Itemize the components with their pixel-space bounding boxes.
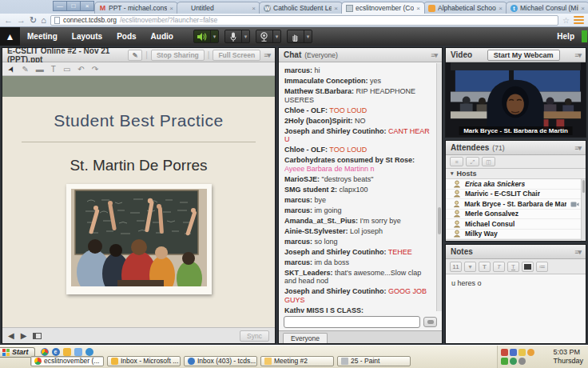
pod-menu-icon[interactable]: ≡▾ bbox=[264, 51, 270, 59]
pencil-tool-icon[interactable]: ✎ bbox=[22, 65, 28, 74]
browser-tab[interactable]: Michael Consul (MikeC × bbox=[506, 2, 588, 14]
scrollbar-thumb[interactable] bbox=[582, 180, 585, 193]
home-icon[interactable]: ⌂ bbox=[41, 16, 46, 25]
text-color-button[interactable] bbox=[522, 262, 534, 272]
browser-tab[interactable]: Catholic Student Lead × bbox=[259, 2, 343, 14]
attendee-row[interactable]: Mark Bryce - St. Barbara de Martin bbox=[446, 199, 586, 210]
attendees-scrollbar[interactable] bbox=[581, 179, 586, 242]
font-size-caret-icon[interactable]: ▾ bbox=[464, 262, 476, 272]
italic-icon[interactable]: T bbox=[493, 262, 505, 272]
taskbar-button-label: Meeting #2 bbox=[274, 357, 308, 365]
tray-icon-5[interactable] bbox=[501, 358, 508, 365]
menu-pods[interactable]: Pods bbox=[109, 32, 143, 41]
menu-audio[interactable]: Audio bbox=[144, 32, 181, 41]
start-button[interactable]: Start bbox=[0, 347, 35, 358]
tab-close-icon[interactable]: × bbox=[334, 5, 338, 12]
hosts-group-header[interactable]: ▾ Hosts bbox=[446, 169, 586, 179]
forward-icon[interactable]: → bbox=[17, 16, 26, 25]
sync-button[interactable]: Sync bbox=[240, 330, 269, 342]
previous-slide-icon[interactable]: ◀ bbox=[8, 331, 14, 340]
attendee-row[interactable]: Erica aka Snickers bbox=[446, 179, 586, 190]
tab-close-icon[interactable]: × bbox=[252, 5, 256, 12]
slide-title: Student Best Practice bbox=[2, 111, 275, 130]
taskbar-window-button[interactable]: 25 - Paint bbox=[337, 356, 411, 366]
attendee-name: Marivic - E-CSLIT Chair bbox=[465, 190, 540, 198]
webcam-button[interactable]: ▾ bbox=[256, 30, 281, 43]
tray-icon-2[interactable] bbox=[510, 349, 517, 356]
chat-message: marcus: bye bbox=[284, 196, 434, 205]
chrome-menu-icon[interactable] bbox=[574, 16, 584, 24]
notes-text[interactable]: u heres o bbox=[446, 274, 586, 343]
sidebar-toggle-icon[interactable] bbox=[33, 333, 42, 339]
redo-icon[interactable]: ↷ bbox=[92, 65, 98, 74]
maximize-button[interactable]: □ bbox=[66, 1, 81, 11]
status-view-icon[interactable]: ◫ bbox=[482, 157, 495, 166]
reload-icon[interactable]: ↻ bbox=[30, 16, 37, 25]
bookmark-star-icon[interactable]: ☆ bbox=[562, 16, 570, 25]
pod-menu-icon[interactable]: ≡▾ bbox=[574, 51, 581, 59]
presenters-group-header[interactable]: ▸ Presenters bbox=[446, 239, 586, 242]
full-screen-button[interactable]: Full Screen bbox=[213, 50, 260, 61]
browser-tab[interactable]: PPT - michael.consul × bbox=[94, 2, 178, 14]
pointer-tool-icon[interactable]: ➤ bbox=[6, 64, 17, 74]
speaker-button[interactable]: ▾ bbox=[193, 30, 219, 43]
marker-tool-icon[interactable]: ▬ bbox=[36, 65, 44, 74]
tab-close-icon[interactable]: × bbox=[581, 5, 585, 12]
taskbar-window-button[interactable]: Inbox - Microsoft ... bbox=[107, 356, 181, 366]
menu-layouts[interactable]: Layouts bbox=[65, 32, 109, 41]
taskbar-window-button[interactable]: ecslitnovember (... bbox=[30, 356, 104, 366]
undo-icon[interactable]: ↶ bbox=[77, 65, 84, 74]
attendee-row[interactable]: Marivic - E-CSLIT Chair bbox=[446, 190, 586, 200]
tray-antivirus-icon[interactable] bbox=[510, 358, 517, 365]
back-icon[interactable]: ← bbox=[4, 16, 13, 25]
microphone-caret-icon[interactable]: ▾ bbox=[241, 30, 249, 42]
tab-close-icon[interactable]: × bbox=[499, 5, 503, 12]
browser-tab[interactable]: Alphabetical School D × bbox=[423, 2, 507, 14]
tray-outlook-icon[interactable] bbox=[527, 349, 534, 356]
minimize-button[interactable]: — bbox=[53, 1, 67, 11]
chat-scrollbar[interactable] bbox=[436, 63, 442, 311]
text-tool-icon[interactable]: T bbox=[51, 65, 56, 74]
underline-icon[interactable]: T bbox=[507, 262, 519, 272]
tab-close-icon[interactable]: × bbox=[416, 5, 420, 12]
start-webcam-button[interactable]: Start My Webcam bbox=[487, 50, 560, 61]
pod-menu-icon[interactable]: ≡▾ bbox=[574, 248, 581, 256]
microphone-button[interactable]: ▾ bbox=[224, 30, 250, 43]
tray-icon-1[interactable] bbox=[501, 349, 508, 356]
speaker-caret-icon[interactable]: ▾ bbox=[210, 30, 218, 42]
breakout-view-icon[interactable]: ⤢ bbox=[466, 157, 479, 166]
stop-sharing-button[interactable]: Stop Sharing bbox=[151, 50, 205, 61]
attendee-row[interactable]: Milky Way bbox=[446, 230, 586, 240]
chat-message-list[interactable]: marcus: hi Immaculate Conception: yes Ma… bbox=[279, 62, 442, 313]
taskbar-window-button[interactable]: Meeting #2 bbox=[260, 356, 334, 366]
list-view-icon[interactable]: ≡ bbox=[450, 157, 463, 166]
pod-menu-icon[interactable]: ≡▾ bbox=[431, 51, 437, 59]
attendee-row[interactable]: Michael Consul bbox=[446, 219, 586, 230]
tab-everyone[interactable]: Everyone bbox=[283, 333, 328, 343]
attendee-row[interactable]: Merle Gonsalvez bbox=[446, 210, 586, 220]
help-menu[interactable]: Help bbox=[557, 32, 582, 41]
tray-icon-7[interactable] bbox=[518, 358, 526, 365]
next-slide-icon[interactable]: ▶ bbox=[21, 331, 27, 340]
shape-tool-icon[interactable]: ▭ bbox=[63, 65, 70, 74]
tray-mail-icon[interactable] bbox=[518, 349, 526, 356]
draw-button[interactable]: ✎ bbox=[128, 50, 142, 61]
tab-close-icon[interactable]: × bbox=[169, 5, 173, 12]
bullet-list-icon[interactable]: ≔ bbox=[536, 262, 548, 272]
taskbar-window-button[interactable]: Inbox (403) - tcds... bbox=[184, 356, 257, 366]
address-bar[interactable]: connect.tcdsb.org /ecslitnovember/?launc… bbox=[50, 15, 558, 26]
scrollbar-thumb[interactable] bbox=[438, 207, 441, 234]
bold-icon[interactable]: T bbox=[479, 262, 491, 272]
close-button[interactable]: × bbox=[80, 1, 94, 11]
chat-input[interactable] bbox=[284, 316, 420, 328]
send-message-icon[interactable] bbox=[423, 317, 437, 327]
raise-hand-caret-icon[interactable]: ▾ bbox=[304, 30, 312, 42]
pod-menu-icon[interactable]: ≡▾ bbox=[574, 144, 581, 152]
font-size-select[interactable]: 11 bbox=[450, 262, 462, 272]
raise-hand-button[interactable]: ▾ bbox=[287, 30, 312, 43]
browser-tab[interactable]: Untitled × bbox=[177, 2, 260, 14]
browser-tab[interactable]: ecslitnovember (Colla × bbox=[341, 2, 425, 14]
webcam-caret-icon[interactable]: ▾ bbox=[272, 30, 280, 42]
menu-meeting[interactable]: Meeting bbox=[20, 32, 65, 41]
attendees-list[interactable]: Erica aka Snickers Marivic - E-CSLIT Cha… bbox=[446, 179, 586, 242]
